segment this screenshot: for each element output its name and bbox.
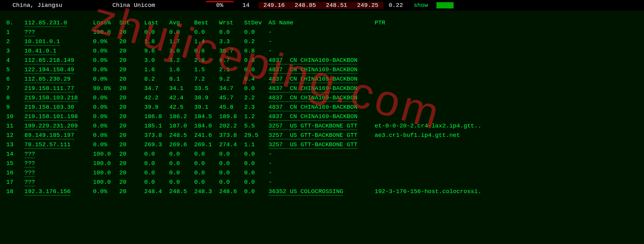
- loss-cell: 100.0: [93, 168, 119, 177]
- col-ptr-header: PTR: [375, 18, 531, 27]
- ip-cell[interactable]: 192.3.176.156: [24, 187, 93, 196]
- ip-cell[interactable]: 219.158.103.218: [24, 93, 93, 102]
- loss-cell: 100.0: [93, 159, 119, 168]
- ptr-cell: [375, 168, 531, 177]
- table-row: 7219.158.111.7790.0%2034.734.133.534.70.…: [6, 84, 638, 93]
- stdev-cell: 0.8: [244, 56, 268, 65]
- ip-cell[interactable]: ???: [24, 27, 93, 37]
- as-cell[interactable]: -: [268, 149, 375, 159]
- ip-cell[interactable]: ???: [24, 168, 93, 177]
- table-row: 8219.158.103.2180.0%2042.242.438.945.72.…: [6, 93, 638, 102]
- status-bar: China, Jiangsu China Unicom 0% 14 249.16…: [0, 0, 644, 11]
- table-row: 6112.85.230.290.0%208.28.17.29.20.44837 …: [6, 74, 638, 84]
- ip-cell[interactable]: 112.85.230.29: [24, 74, 93, 84]
- hop-cell: 14: [6, 149, 24, 159]
- as-cell[interactable]: -: [268, 27, 375, 37]
- hop-cell: 9: [6, 102, 24, 112]
- stdev-cell: 6.8: [244, 46, 268, 56]
- as-cell[interactable]: -: [268, 177, 375, 187]
- hop-cell: 5: [6, 65, 24, 74]
- ip-cell[interactable]: 112.85.218.149: [24, 56, 93, 65]
- as-cell[interactable]: 4837 CN CHINA169-BACKBON: [268, 65, 375, 74]
- ip-cell[interactable]: 89.149.185.197: [24, 131, 93, 140]
- table-row: 5122.194.150.490.0%201.61.61.52.10.04837…: [6, 65, 638, 74]
- snt-cell: 20: [119, 131, 144, 140]
- hop-cell: 3: [6, 46, 24, 56]
- as-cell[interactable]: -: [268, 168, 375, 177]
- best-cell: 33.5: [194, 84, 219, 93]
- best-cell: 7.2: [194, 74, 219, 84]
- ip-cell[interactable]: 10.101.0.1: [24, 37, 93, 46]
- show-button[interactable]: show: [408, 2, 433, 9]
- snt-cell: 20: [119, 149, 144, 159]
- last-cell: 42.2: [144, 93, 169, 102]
- as-cell[interactable]: 3257 US GTT-BACKBONE GTT: [268, 140, 375, 149]
- as-cell[interactable]: 4837 CN CHINA169-BACKBON: [268, 112, 375, 121]
- ip-cell[interactable]: 199.229.231.209: [24, 121, 93, 131]
- hop-cell: 4: [6, 56, 24, 65]
- stdev-cell: 0.0: [244, 159, 268, 168]
- ip-cell[interactable]: ???: [24, 177, 93, 187]
- as-cell[interactable]: -: [268, 46, 375, 56]
- snt-cell: 20: [119, 27, 144, 37]
- avg-cell: 42.5: [169, 102, 194, 112]
- table-row: 4112.85.218.1490.0%203.03.22.86.70.84837…: [6, 56, 638, 65]
- wrst-cell: 3.3: [219, 37, 244, 46]
- avg-cell: 186.2: [169, 112, 194, 121]
- as-cell[interactable]: -: [268, 159, 375, 168]
- as-cell[interactable]: 3257 US GTT-BACKBONE GTT: [268, 121, 375, 131]
- as-cell[interactable]: -: [268, 37, 375, 46]
- avg-cell: 0.0: [169, 149, 194, 159]
- wrst-cell: 6.7: [219, 56, 244, 65]
- as-cell[interactable]: 4837 CN CHINA169-BACKBON: [268, 74, 375, 84]
- avg-cell: 3.0: [169, 46, 194, 56]
- wrst-cell: 45.7: [219, 93, 244, 102]
- loss-cell: 100.0: [93, 27, 119, 37]
- last-cell: 0.0: [144, 177, 169, 187]
- ptr-cell: [375, 37, 531, 46]
- ptr-cell: [375, 84, 531, 93]
- col-last-header: Last: [144, 18, 169, 27]
- avg-cell: 0.0: [169, 27, 194, 37]
- last-cell: 3.0: [144, 56, 169, 65]
- ip-cell[interactable]: 219.158.111.77: [24, 84, 93, 93]
- hop-cell: 10: [6, 112, 24, 121]
- loss-cell: 0.0%: [93, 102, 119, 112]
- stdev-cell: 0.0: [244, 149, 268, 159]
- last-cell: 0.0: [144, 149, 169, 159]
- col-loss-header: Loss%: [93, 18, 119, 27]
- ping1-label: 249.16: [258, 2, 290, 9]
- stdev-cell: 0.0: [244, 168, 268, 177]
- ptr-cell: [375, 27, 531, 37]
- header-row: 0. 112.85.231.0 Loss% Snt Last Avg Best …: [6, 18, 638, 27]
- table-row: 18192.3.176.1560.0%20248.4248.5248.3248.…: [6, 187, 638, 196]
- as-cell[interactable]: 4837 CN CHINA169-BACKBON: [268, 102, 375, 112]
- ptr-cell: et-0-0-20-2.cr4-lax2.ip4.gtt..: [375, 121, 531, 131]
- wrst-cell: 189.8: [219, 112, 244, 121]
- as-cell[interactable]: 36352 US COLOCROSSING: [268, 187, 375, 196]
- ptr-cell: [375, 65, 531, 74]
- as-cell[interactable]: 4837 CN CHINA169-BACKBON: [268, 56, 375, 65]
- ip-cell[interactable]: ???: [24, 159, 93, 168]
- ip-cell[interactable]: 219.158.101.198: [24, 112, 93, 121]
- ip-cell[interactable]: 10.41.0.1: [24, 46, 93, 56]
- as-cell[interactable]: 4837 CN CHINA169-BACKBON: [268, 84, 375, 93]
- ip-cell[interactable]: 122.194.150.49: [24, 65, 93, 74]
- ip-cell[interactable]: ???: [24, 149, 93, 159]
- snt-cell: 20: [119, 93, 144, 102]
- stdev-cell: 0.0: [244, 84, 268, 93]
- ptr-cell: [375, 93, 531, 102]
- hop-cell: 6: [6, 74, 24, 84]
- ip-cell[interactable]: 78.152.57.111: [24, 140, 93, 149]
- hop-cell: 15: [6, 159, 24, 168]
- snt-cell: 20: [119, 187, 144, 196]
- wrst-cell: 248.6: [219, 187, 244, 196]
- avg-cell: 248.5: [169, 131, 194, 140]
- as-cell[interactable]: 3257 US GTT-BACKBONE GTT: [268, 131, 375, 140]
- ip-cell[interactable]: 219.158.103.30: [24, 102, 93, 112]
- last-cell: 34.7: [144, 84, 169, 93]
- trace-rows: 1???100.0200.00.00.00.00.0-210.101.0.10.…: [6, 27, 638, 196]
- as-cell[interactable]: 4837 CN CHINA169-BACKBON: [268, 93, 375, 102]
- table-row: 10219.158.101.1980.0%20186.8186.2184.518…: [6, 112, 638, 121]
- wrst-cell: 2.1: [219, 65, 244, 74]
